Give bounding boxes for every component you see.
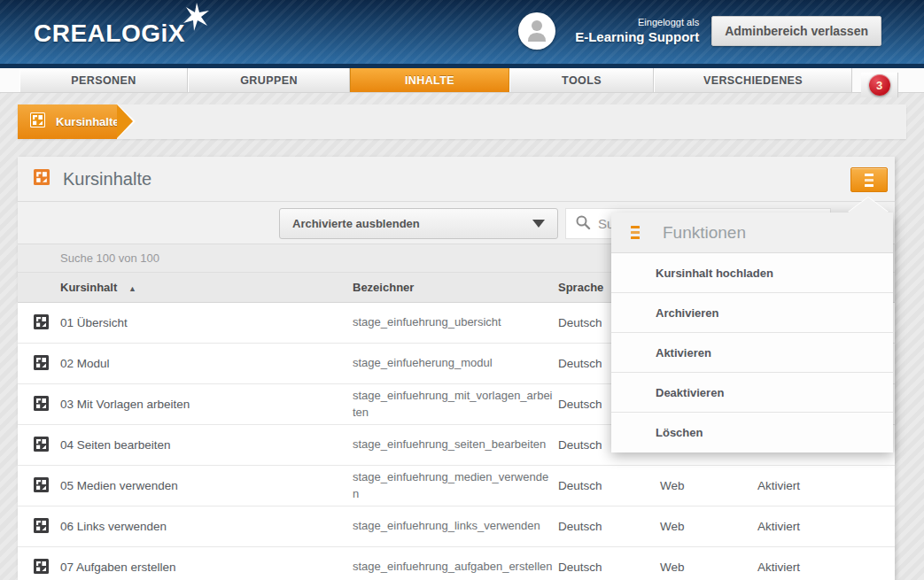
cell-kursinhalt: 06 Links verwenden bbox=[60, 520, 353, 533]
course-content-icon bbox=[34, 518, 49, 536]
nav-tab[interactable]: INHALTE bbox=[350, 68, 509, 92]
nav-tab[interactable]: TOOLS bbox=[509, 68, 654, 92]
column-header-bezeichner[interactable]: Bezeichner bbox=[353, 281, 558, 294]
cell-kursinhalt: 03 Mit Vorlagen arbeiten bbox=[60, 398, 353, 411]
menu-item[interactable]: Kursinhalt hochladen bbox=[611, 253, 893, 293]
cell-typ: Web bbox=[660, 479, 757, 492]
table-row[interactable]: 05 Medien verwenden stage_einfuehrung_me… bbox=[18, 466, 895, 507]
breadcrumb: Kursinhalte bbox=[18, 104, 906, 139]
menu-item[interactable]: Deaktivieren bbox=[611, 373, 893, 413]
logo-text: CREALOGiX bbox=[34, 19, 185, 48]
course-content-icon bbox=[30, 112, 45, 131]
cell-kursinhalt: 02 Modul bbox=[60, 357, 353, 370]
course-content-icon bbox=[34, 355, 49, 373]
menu-dashes-icon bbox=[865, 174, 874, 187]
course-content-icon bbox=[34, 314, 49, 332]
course-content-icon bbox=[34, 559, 49, 576]
archive-filter-dropdown[interactable]: Archivierte ausblenden bbox=[279, 208, 558, 239]
table-row[interactable]: 06 Links verwenden stage_einfuehrung_lin… bbox=[18, 507, 895, 547]
menu-pointer bbox=[848, 197, 889, 213]
cell-bezeichner: stage_einfuehrung_links_verwenden bbox=[353, 518, 558, 534]
crealogix-logo: CREALOGiX bbox=[34, 14, 215, 48]
notification-tab[interactable]: 3 bbox=[861, 73, 898, 97]
cell-sprache: Deutsch bbox=[558, 561, 660, 574]
cell-sprache: Deutsch bbox=[558, 520, 660, 533]
functions-menu-title: Funktionen bbox=[663, 223, 746, 243]
login-info: Eingeloggt als E-Learning Support bbox=[575, 16, 699, 46]
user-area: Eingeloggt als E-Learning Support Adminb… bbox=[518, 12, 881, 50]
dropdown-selected-value: Archivierte ausblenden bbox=[292, 217, 532, 230]
cell-typ: Web bbox=[660, 561, 757, 574]
functions-menu-header: Funktionen bbox=[611, 213, 893, 253]
user-name: E-Learning Support bbox=[575, 28, 699, 46]
cell-kursinhalt: 04 Seiten bearbeiten bbox=[60, 438, 353, 452]
cell-kursinhalt: 07 Aufgaben erstellen bbox=[60, 561, 353, 574]
star-icon bbox=[182, 2, 212, 35]
cell-status: Aktiviert bbox=[757, 479, 895, 492]
cell-kursinhalt: 05 Medien verwenden bbox=[60, 479, 353, 492]
functions-menu-button[interactable] bbox=[850, 167, 888, 192]
menu-item[interactable]: Löschen bbox=[611, 413, 893, 452]
chevron-down-icon bbox=[532, 220, 545, 228]
cell-kursinhalt: 01 Übersicht bbox=[60, 316, 353, 329]
cell-status: Aktiviert bbox=[757, 561, 895, 574]
column-header-kursinhalt[interactable]: Kursinhalt ▲ bbox=[60, 281, 353, 294]
sort-ascending-icon: ▲ bbox=[128, 284, 136, 293]
leave-admin-button[interactable]: Adminbereich verlassen bbox=[711, 16, 881, 46]
course-content-icon bbox=[34, 477, 49, 495]
main-nav: PERSONENGRUPPENINHALTETOOLSVERSCHIEDENES bbox=[0, 64, 924, 93]
table-row[interactable]: 07 Aufgaben erstellen stage_einfuehrung_… bbox=[18, 547, 895, 580]
cell-bezeichner: stage_einfuehrung_medien_verwenden bbox=[353, 469, 558, 501]
search-icon bbox=[575, 214, 591, 234]
cell-bezeichner: stage_einfuehrung_ubersicht bbox=[353, 314, 558, 330]
menu-dashes-icon bbox=[631, 226, 640, 239]
panel-title-bar: Kursinhalte bbox=[18, 157, 895, 202]
menu-item[interactable]: Archivieren bbox=[611, 293, 893, 333]
cell-bezeichner: stage_einfueherung_modul bbox=[353, 355, 558, 371]
menu-item[interactable]: Aktivieren bbox=[611, 333, 893, 373]
notification-badge: 3 bbox=[869, 74, 890, 96]
avatar bbox=[518, 12, 555, 50]
course-content-icon bbox=[34, 396, 49, 414]
page-title: Kursinhalte bbox=[63, 169, 151, 189]
breadcrumb-item-kursinhalte[interactable]: Kursinhalte bbox=[18, 104, 117, 139]
cell-bezeichner: stage_einfuehrung_aufgaben_erstellen bbox=[353, 559, 558, 575]
cell-bezeichner: stage_einfuehrung_seiten_bearbeiten bbox=[353, 437, 558, 452]
cell-status: Aktiviert bbox=[757, 520, 895, 533]
course-content-icon bbox=[34, 437, 49, 454]
cell-sprache: Deutsch bbox=[558, 479, 660, 492]
cell-typ: Web bbox=[660, 520, 757, 533]
person-icon bbox=[518, 12, 555, 50]
nav-tab[interactable]: GRUPPEN bbox=[188, 68, 350, 92]
functions-menu: Funktionen Kursinhalt hochladenArchivier… bbox=[611, 213, 893, 452]
nav-tab[interactable]: VERSCHIEDENES bbox=[654, 68, 852, 92]
cell-bezeichner: stage_einfuehrung_mit_vorlagen_arbeiten bbox=[353, 388, 558, 420]
app-header: CREALOGiX Eingeloggt als E-Learning Supp… bbox=[0, 0, 924, 64]
course-content-icon bbox=[34, 169, 50, 189]
functions-menu-items: Kursinhalt hochladenArchivierenAktiviere… bbox=[611, 253, 893, 452]
logged-in-as-label: Eingeloggt als bbox=[575, 16, 699, 28]
breadcrumb-label: Kursinhalte bbox=[56, 115, 120, 128]
nav-tab[interactable]: PERSONEN bbox=[19, 68, 188, 92]
breadcrumb-zone: Kursinhalte bbox=[0, 93, 924, 139]
page: CREALOGiX Eingeloggt als E-Learning Supp… bbox=[0, 0, 924, 580]
